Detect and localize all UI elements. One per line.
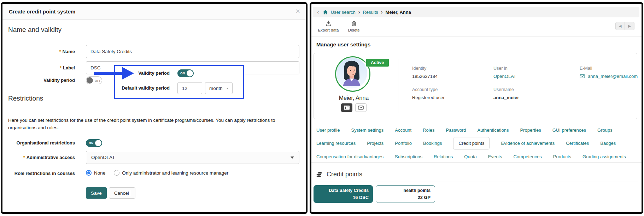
avatar-illustration [336,57,367,89]
user-settings-panel: ‹ User search › Results › Meier, Anna Ex… [310,2,643,214]
tab-account[interactable]: Account [395,127,411,133]
export-data-label: Export data [318,28,339,32]
breadcrumb-results[interactable]: Results [363,10,378,15]
trash-icon [351,20,357,27]
tab-evidence-of-achievements[interactable]: Evidence of achievements [501,141,555,146]
credit-card-health-points[interactable]: health points 22 GP [376,185,435,203]
modal-button-row: Save Cancel [86,187,135,199]
status-badge: Active [365,58,390,67]
administrative-access-label: *Administrative access [2,151,75,164]
screenshot-stage: Create credit point system × Name and va… [0,0,644,216]
divider [311,162,642,163]
caret-down-icon [291,157,294,159]
delete-label: Delete [348,28,359,32]
validity-period-toggle[interactable]: OFF [86,76,102,84]
tab-competences[interactable]: Competences [513,154,541,159]
user-in-label: User in [493,66,516,71]
username-label: Username [493,87,519,92]
breadcrumb-separator-icon: › [381,9,383,15]
user-name: Meier, Anna [314,95,394,101]
user-in-link[interactable]: OpenOLAT [493,74,516,79]
radio-checked-icon[interactable] [86,170,92,176]
cancel-button[interactable]: Cancel [109,187,135,199]
breadcrumb-user-search[interactable]: User search [331,10,356,15]
tabs-row-1: User profile System settings Account Rol… [316,127,613,133]
export-data-button[interactable]: Export data [316,20,341,32]
administrative-access-select[interactable]: OpenOLAT [86,151,299,164]
next-arrow-icon: ▶ [628,24,631,28]
admin-select-value: OpenOLAT [91,155,115,160]
coins-icon [316,171,323,178]
account-type-detail: Account type Registered user [412,87,445,100]
tab-gui-preferences[interactable]: GUI preferences [552,127,586,133]
tab-authentications[interactable]: Authentications [478,127,509,133]
tab-badges[interactable]: Badges [600,141,616,146]
tab-events[interactable]: Events [488,154,502,159]
tab-quota[interactable]: Quota [464,154,476,159]
tab-certificates[interactable]: Certificates [566,141,589,146]
radio-option-admin-only[interactable]: Only administrator and learning resource… [114,170,228,176]
breadcrumb-current: Meier, Anna [385,10,411,15]
toggle-state-label: ON [89,139,93,147]
tab-groups[interactable]: Groups [597,127,613,133]
radio-option-none[interactable]: None [86,170,105,176]
tabs-row-2: Learning resources Projects Portfolio Bo… [316,137,616,149]
back-chevron-icon[interactable]: ‹ [317,9,319,15]
home-icon[interactable] [323,10,328,15]
next-user-button[interactable]: ▶ [625,22,634,30]
username-detail: Username anna_meier [493,87,519,100]
tab-bookings[interactable]: Bookings [423,141,442,146]
delete-button[interactable]: Delete [344,20,364,32]
section-heading-restrictions: Restrictions [8,95,43,102]
business-card-button[interactable] [341,103,352,112]
send-mail-button[interactable] [355,103,367,112]
default-validity-unit-select[interactable]: month ⌄ [205,82,233,94]
tab-credit-points[interactable]: Credit points [453,137,490,149]
tab-compensation-for-disadvantages[interactable]: Compensation for disadvantages [316,154,384,159]
radio-admin-label: Only administrator and learning resource… [122,170,228,176]
name-input[interactable] [86,45,299,58]
tab-grading-assignments[interactable]: Grading assignments [582,154,626,159]
tab-subscriptions[interactable]: Subscriptions [395,154,422,159]
required-marker: * [23,155,25,160]
tab-relations[interactable]: Relations [434,154,453,159]
save-button[interactable]: Save [86,187,107,199]
chevron-down-icon: ⌄ [226,86,229,89]
email-link[interactable]: anna_meier@email.com [588,74,638,79]
tab-products[interactable]: Products [553,154,571,159]
toggle-knob [187,70,193,76]
toggle-knob [87,77,93,84]
tab-learning-resources[interactable]: Learning resources [316,141,356,146]
previous-user-button[interactable]: ◀ [615,22,625,30]
callout-default-validity-label: Default validity period [115,84,170,92]
account-type-label: Account type [412,87,445,92]
tab-roles[interactable]: Roles [423,127,434,133]
validity-period-label: Validity period [2,76,75,84]
divider [398,59,398,113]
tab-properties[interactable]: Properties [520,127,541,133]
radio-unchecked-icon[interactable] [114,170,119,176]
tab-password[interactable]: Password [446,127,466,133]
organisational-restrictions-toggle[interactable]: ON [86,139,102,147]
download-icon [325,20,332,27]
tab-projects[interactable]: Projects [367,141,384,146]
validity-callout-box: Validity period ON Default validity peri… [114,65,244,99]
callout-validity-toggle[interactable]: ON [177,69,194,77]
divider [314,182,638,182]
prev-arrow-icon: ◀ [619,24,622,28]
text-cursor [130,191,130,196]
tab-system-settings[interactable]: System settings [351,127,384,133]
tab-user-profile[interactable]: User profile [316,127,340,133]
vcard-icon [344,105,350,110]
close-icon[interactable]: × [295,7,300,16]
modal-title: Create credit point system [9,4,75,19]
avatar [335,56,370,92]
identity-detail: Identity 1852637184 [412,66,438,79]
username-value: anna_meier [493,95,519,100]
user-card: Active Meier, Anna Identity 1852637184 A… [314,53,637,119]
modal-header: Create credit point system × [2,4,306,20]
tab-portfolio[interactable]: Portfolio [395,141,412,146]
credit-card-data-safety-credits[interactable]: Data Safety Credits 16 DSC [314,185,373,203]
default-validity-value-input[interactable] [177,82,202,94]
role-restrictions-options: None Only administrator and learning res… [86,170,228,176]
